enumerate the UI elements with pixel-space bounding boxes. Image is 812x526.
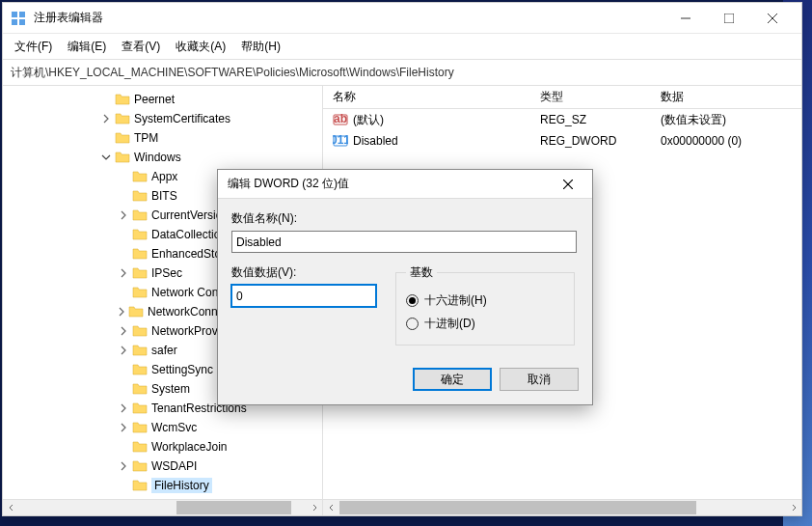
value-type: REG_SZ	[530, 113, 651, 126]
tree-item-label: DataCollection	[151, 228, 227, 241]
edit-dword-dialog: 编辑 DWORD (32 位)值 数值名称(N): 数值数据(V): 基数 十六…	[217, 169, 593, 405]
tree-item-label: BITS	[151, 189, 177, 203]
value-data: (数值未设置)	[651, 112, 736, 128]
scroll-left-button[interactable]	[323, 500, 339, 515]
expander-icon[interactable]	[117, 228, 130, 241]
folder-icon	[115, 150, 130, 165]
expander-icon[interactable]	[117, 363, 130, 376]
expander-icon[interactable]	[117, 266, 130, 280]
svg-rect-1	[19, 12, 25, 17]
expander-icon[interactable]	[117, 208, 130, 222]
menu-edit[interactable]: 编辑(E)	[62, 36, 112, 58]
cancel-button[interactable]: 取消	[500, 368, 579, 391]
scroll-right-button[interactable]	[785, 500, 801, 515]
expander-icon[interactable]	[117, 170, 130, 183]
expander-icon[interactable]	[117, 479, 130, 492]
scroll-thumb[interactable]	[339, 501, 696, 514]
window-title: 注册表编辑器	[34, 10, 663, 26]
expander-icon[interactable]	[99, 93, 113, 106]
tree-item-label: Windows	[134, 151, 181, 164]
tree-scrollbar[interactable]	[3, 499, 322, 515]
tree-item-label: WSDAPI	[151, 459, 197, 473]
expander-icon[interactable]	[117, 382, 130, 396]
list-header[interactable]: 名称 类型 数据	[323, 86, 801, 109]
folder-icon	[132, 478, 148, 493]
col-type[interactable]: 类型	[530, 89, 651, 105]
col-name[interactable]: 名称	[323, 89, 530, 105]
expander-icon[interactable]	[99, 112, 113, 125]
value-name: Disabled	[353, 134, 398, 148]
value-type: REG_DWORD	[530, 134, 651, 148]
expander-icon[interactable]	[117, 459, 130, 473]
folder-icon	[128, 304, 144, 319]
maximize-button[interactable]	[707, 4, 750, 33]
radio-dec-label: 十进制(D)	[424, 316, 475, 332]
folder-icon	[132, 458, 148, 474]
tree-item[interactable]: TPM	[3, 128, 322, 148]
scroll-left-button[interactable]	[3, 500, 19, 515]
list-row[interactable]: 011DisabledREG_DWORD0x00000000 (0)	[323, 130, 801, 152]
svg-text:ab: ab	[334, 112, 347, 125]
tree-item[interactable]: WSDAPI	[3, 457, 322, 476]
menu-view[interactable]: 查看(V)	[116, 36, 166, 58]
radio-hex-label: 十六进制(H)	[424, 292, 487, 309]
folder-icon	[115, 111, 130, 126]
svg-rect-3	[19, 19, 25, 25]
scroll-right-button[interactable]	[306, 500, 322, 515]
value-data-input[interactable]	[231, 285, 376, 307]
tree-item[interactable]: SystemCertificates	[3, 109, 322, 128]
expander-icon[interactable]	[117, 440, 130, 454]
radio-dec[interactable]	[406, 318, 419, 330]
dialog-close-button[interactable]	[554, 171, 582, 198]
menu-file[interactable]: 文件(F)	[9, 36, 58, 58]
expander-icon[interactable]	[117, 344, 130, 357]
radio-dec-row[interactable]: 十进制(D)	[406, 312, 564, 335]
tree-item-label: IPSec	[151, 266, 182, 280]
list-row[interactable]: ab(默认)REG_SZ(数值未设置)	[323, 109, 801, 130]
col-data[interactable]: 数据	[651, 89, 801, 105]
expander-icon[interactable]	[117, 305, 126, 318]
expander-icon[interactable]	[117, 286, 130, 299]
radio-hex-row[interactable]: 十六进制(H)	[406, 289, 564, 312]
menu-favorites[interactable]: 收藏夹(A)	[170, 36, 231, 58]
tree-item-label: TPM	[134, 131, 158, 145]
tree-item[interactable]: WorkplaceJoin	[3, 437, 322, 457]
folder-icon	[132, 169, 148, 184]
svg-text:011: 011	[333, 133, 348, 147]
base-legend: 基数	[406, 264, 437, 281]
tree-item-label: WorkplaceJoin	[151, 440, 227, 454]
tree-item-label: FileHistory	[151, 478, 212, 493]
address-bar[interactable]: 计算机\HKEY_LOCAL_MACHINE\SOFTWARE\Policies…	[3, 59, 801, 86]
tree-item[interactable]: WcmSvc	[3, 418, 322, 437]
dialog-titlebar[interactable]: 编辑 DWORD (32 位)值	[218, 170, 592, 199]
menu-help[interactable]: 帮助(H)	[235, 36, 286, 58]
tree-item-label: SystemCertificates	[134, 112, 230, 125]
tree-item-label: WcmSvc	[151, 421, 197, 434]
expander-icon[interactable]	[117, 247, 130, 261]
ok-button[interactable]: 确定	[413, 368, 492, 391]
folder-icon	[132, 265, 148, 281]
expander-icon[interactable]	[117, 189, 130, 203]
expander-icon[interactable]	[99, 131, 113, 145]
scroll-thumb[interactable]	[176, 501, 291, 514]
radio-hex[interactable]	[406, 294, 419, 307]
tree-item-label: SettingSync	[151, 363, 213, 376]
expander-icon[interactable]	[117, 421, 130, 434]
folder-icon	[132, 343, 148, 358]
tree-item[interactable]: Windows	[3, 148, 322, 167]
folder-icon	[132, 246, 148, 262]
expander-icon[interactable]	[117, 401, 130, 415]
folder-icon	[115, 92, 130, 107]
tree-item[interactable]: Peernet	[3, 90, 322, 109]
folder-icon	[132, 420, 148, 435]
expander-icon[interactable]	[117, 324, 130, 338]
tree-item[interactable]: FileHistory	[3, 476, 322, 495]
value-name-input[interactable]	[231, 231, 577, 253]
folder-icon	[132, 208, 148, 223]
close-button[interactable]	[750, 4, 794, 33]
expander-icon[interactable]	[99, 151, 113, 164]
minimize-button[interactable]	[663, 4, 707, 33]
svg-rect-5	[724, 14, 734, 23]
titlebar[interactable]: 注册表编辑器	[3, 3, 801, 34]
list-scrollbar[interactable]	[323, 499, 801, 515]
